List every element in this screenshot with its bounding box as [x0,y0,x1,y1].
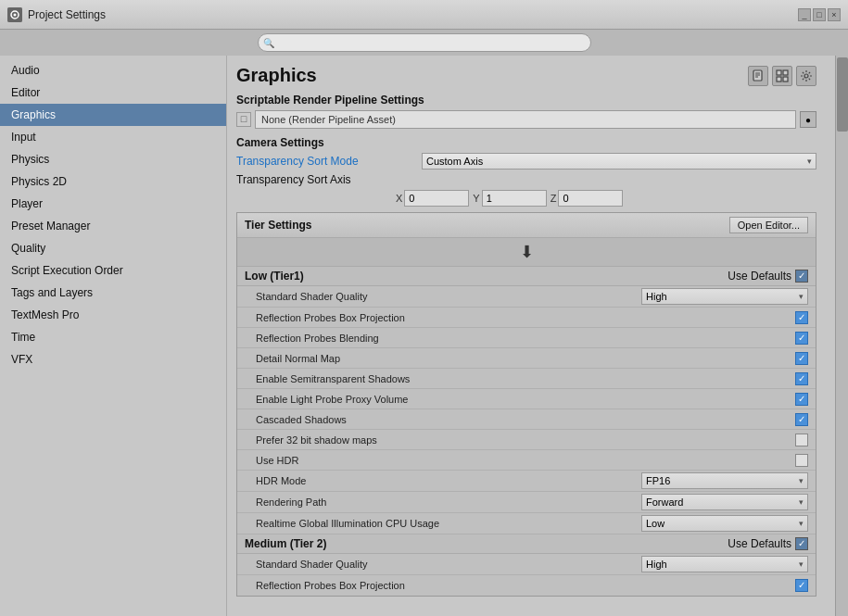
axis-x-input[interactable] [404,190,469,207]
transparency-sort-mode-label[interactable]: Transparency Sort Mode [236,155,422,168]
sidebar-item-textmesh[interactable]: TextMesh Pro [0,304,226,326]
low-reflection-blend-value: ✓ [795,332,808,345]
low-prefer32-row: Prefer 32 bit shadow maps [237,430,816,450]
maximize-btn[interactable]: □ [813,8,826,21]
med-reflection-box-checkbox[interactable]: ✓ [795,579,808,592]
transparency-sort-axis-row: Transparency Sort Axis [236,173,816,186]
low-gi-cpu-label: Realtime Global Illumination CPU Usage [256,518,641,529]
select-arrow: ▾ [799,559,804,569]
sidebar-item-physics2d[interactable]: Physics 2D [0,170,226,193]
select-arrow: ▾ [799,476,804,485]
low-hdr-label: Use HDR [256,455,795,466]
axis-z-group: Z [551,190,624,207]
sidebar-item-editor[interactable]: Editor [0,82,226,104]
close-btn[interactable]: × [828,8,841,21]
low-reflection-box-checkbox[interactable]: ✓ [795,311,808,324]
low-standard-shader-select[interactable]: High ▾ [641,288,808,305]
use-defaults-label-medium: Use Defaults [728,537,791,550]
low-standard-shader-label: Standard Shader Quality [256,291,641,302]
low-semitransparent-checkbox[interactable]: ✓ [795,372,808,385]
low-hdr-mode-label: HDR Mode [256,475,641,486]
axis-inputs: X Y Z [396,190,816,207]
asset-value: None (Render Pipeline Asset) [255,110,796,129]
low-reflection-box-value: ✓ [795,311,808,324]
sidebar-item-input[interactable]: Input [0,126,226,148]
low-gi-cpu-select[interactable]: Low ▾ [641,515,808,532]
scrollbar-thumb[interactable] [837,57,848,132]
window-title: Project Settings [28,8,106,21]
sidebar-item-physics[interactable]: Physics [0,148,226,170]
sidebar-item-script-execution[interactable]: Script Execution Order [0,259,226,282]
low-hdr-value [795,454,808,467]
title-icons [748,66,816,86]
sidebar-item-time[interactable]: Time [0,326,226,348]
axis-z-input[interactable] [558,190,623,207]
layout-icon-btn[interactable] [772,66,792,86]
sidebar-item-vfx[interactable]: VFX [0,348,226,371]
search-input[interactable] [258,33,591,52]
low-light-probe-checkbox[interactable]: ✓ [795,393,808,406]
low-standard-shader-row: Standard Shader Quality High ▾ [237,286,816,308]
use-defaults-low-checkbox[interactable]: ✓ [795,270,808,283]
sidebar-item-quality[interactable]: Quality [0,237,226,259]
book-icon-btn[interactable] [748,66,768,86]
asset-checkbox[interactable]: ☐ [236,112,251,127]
asset-select-btn[interactable]: ● [800,111,816,128]
low-detail-normal-row: Detail Normal Map ✓ [237,348,816,369]
low-semitransparent-label: Enable Semitransparent Shadows [256,373,795,384]
transparency-sort-axis-label: Transparency Sort Axis [236,173,422,186]
app-icon [7,7,22,22]
low-reflection-blend-checkbox[interactable]: ✓ [795,332,808,345]
low-cascaded-checkbox[interactable]: ✓ [795,413,808,426]
low-tier-header: Low (Tier1) Use Defaults ✓ [237,267,816,286]
axis-y-group: Y [473,190,546,207]
scrollbar-track[interactable] [835,56,848,616]
use-defaults-medium-checkbox[interactable]: ✓ [795,537,808,550]
use-defaults-medium: Use Defaults ✓ [728,537,808,550]
low-prefer32-checkbox[interactable] [795,434,808,446]
content-area: Graphics [227,56,848,616]
low-cascaded-row: Cascaded Shadows ✓ [237,409,816,430]
med-reflection-box-value: ✓ [795,579,808,592]
scriptable-render-heading: Scriptable Render Pipeline Settings [236,94,816,107]
title-bar: Project Settings _ □ × [0,0,848,30]
select-arrow: ▾ [799,519,804,528]
svg-rect-8 [783,70,788,75]
low-rendering-path-select[interactable]: Forward ▾ [641,494,808,510]
low-cascaded-label: Cascaded Shadows [256,414,795,425]
low-semitransparent-row: Enable Semitransparent Shadows ✓ [237,369,816,389]
search-bar [0,30,848,56]
low-light-probe-row: Enable Light Probe Proxy Volume ✓ [237,389,816,409]
medium-tier-header: Medium (Tier 2) Use Defaults ✓ [237,534,816,554]
sidebar-item-audio[interactable]: Audio [0,59,226,82]
svg-rect-9 [777,77,781,82]
transparency-sort-mode-row: Transparency Sort Mode Custom Axis ▾ [236,153,816,170]
axis-y-input[interactable] [482,190,547,207]
sidebar-item-preset-manager[interactable]: Preset Manager [0,215,226,237]
low-hdr-checkbox[interactable] [795,454,808,467]
low-hdr-mode-select[interactable]: FP16 ▾ [641,472,808,489]
camera-settings-heading: Camera Settings [236,136,816,149]
settings-icon-btn[interactable] [796,66,816,86]
low-gi-cpu-row: Realtime Global Illumination CPU Usage L… [237,513,816,534]
low-reflection-blend-row: Reflection Probes Blending ✓ [237,328,816,348]
med-standard-shader-row: Standard Shader Quality High ▾ [237,554,816,575]
med-standard-shader-select[interactable]: High ▾ [641,556,808,572]
select-arrow: ▾ [799,497,804,507]
svg-rect-7 [777,70,781,75]
open-editor-btn[interactable]: Open Editor... [729,217,808,233]
low-detail-normal-checkbox[interactable]: ✓ [795,352,808,365]
low-reflection-blend-label: Reflection Probes Blending [256,333,795,344]
sidebar-item-graphics[interactable]: Graphics [0,104,226,126]
low-tier-title: Low (Tier1) [245,270,304,283]
transparency-sort-mode-select[interactable]: Custom Axis ▾ [422,153,816,170]
low-hdr-row: Use HDR [237,450,816,471]
low-cascaded-value: ✓ [795,413,808,426]
sidebar-item-tags-layers[interactable]: Tags and Layers [0,282,226,304]
content-inner: Graphics [227,56,835,606]
low-reflection-box-row: Reflection Probes Box Projection ✓ [237,308,816,328]
window-controls: _ □ × [798,8,841,21]
minimize-btn[interactable]: _ [798,8,811,21]
axis-y-label: Y [473,193,479,204]
sidebar-item-player[interactable]: Player [0,193,226,215]
